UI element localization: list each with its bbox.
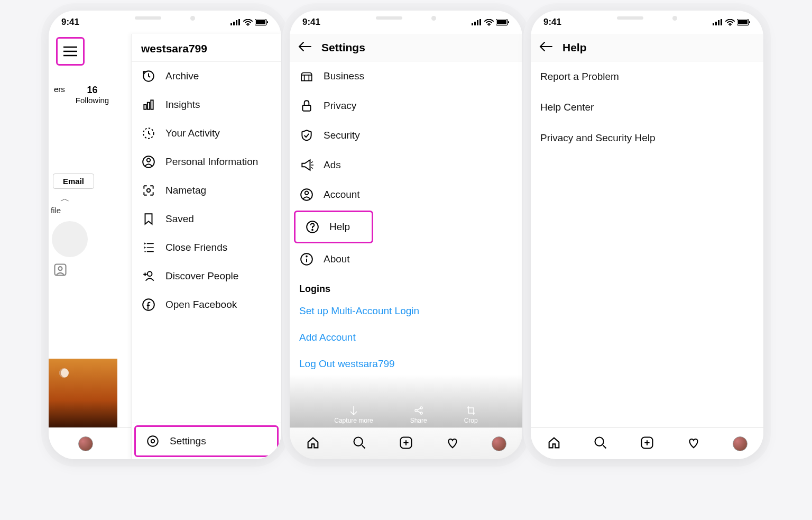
drawer-item-your-activity[interactable]: Your Activity	[132, 119, 281, 148]
nav-home-icon[interactable]	[547, 435, 561, 452]
svg-rect-11	[55, 264, 66, 276]
svg-rect-31	[497, 20, 506, 24]
nav-search-icon[interactable]	[593, 435, 608, 452]
drawer-item-saved[interactable]: Saved	[132, 205, 281, 233]
settings-item-account[interactable]: Account	[290, 180, 522, 209]
settings-item-business[interactable]: Business	[290, 61, 522, 91]
drawer-item-close-friends[interactable]: Close Friends	[132, 233, 281, 262]
hamburger-menu-button[interactable]	[56, 37, 85, 66]
help-item-report-problem[interactable]: Report a Problem	[531, 61, 763, 92]
settings-item-help[interactable]: Help	[294, 211, 373, 243]
svg-point-42	[420, 412, 422, 414]
status-time: 9:41	[61, 17, 79, 28]
following-count: 16	[76, 85, 109, 96]
svg-point-37	[312, 230, 313, 231]
svg-rect-28	[479, 19, 481, 25]
help-item-help-center[interactable]: Help Center	[531, 92, 763, 123]
settings-item-label: Ads	[324, 159, 341, 171]
cellular-icon	[713, 19, 723, 25]
share-button[interactable]: Share	[410, 405, 427, 424]
svg-point-4	[247, 24, 249, 26]
svg-rect-6	[256, 20, 265, 24]
shield-icon	[299, 128, 314, 143]
status-icons	[472, 19, 510, 26]
notch	[117, 11, 213, 25]
drawer-item-insights[interactable]: Insights	[132, 90, 281, 119]
svg-rect-47	[718, 20, 719, 25]
capture-more-button[interactable]: Capture more	[334, 405, 373, 424]
notch	[358, 11, 454, 25]
logout-link[interactable]: Log Out westsara799	[290, 351, 522, 377]
phone-settings: 9:41 Settings Business Privacy Security …	[290, 11, 522, 459]
info-icon	[299, 252, 314, 267]
notch	[599, 11, 695, 25]
story-highlight-placeholder[interactable]	[52, 221, 88, 257]
back-button[interactable]	[539, 41, 553, 54]
nav-heart-icon[interactable]	[686, 435, 701, 452]
photo-thumbnail[interactable]	[49, 359, 117, 427]
help-icon	[305, 220, 320, 234]
discover-people-icon	[141, 269, 156, 284]
chevron-up-icon[interactable]: ︿	[60, 192, 131, 205]
email-button[interactable]: Email	[53, 174, 94, 189]
status-time: 9:41	[543, 17, 561, 28]
settings-item-label: About	[324, 253, 350, 265]
nav-add-icon[interactable]	[399, 435, 413, 452]
settings-item-about[interactable]: About	[290, 244, 522, 274]
status-icons	[230, 19, 269, 26]
svg-point-22	[143, 299, 154, 311]
nav-profile-avatar[interactable]	[492, 436, 506, 451]
side-drawer: westsara799 Archive Insights Your Activi…	[131, 34, 281, 459]
nav-home-icon[interactable]	[306, 435, 320, 452]
settings-item-label: Account	[324, 189, 360, 200]
settings-item-security[interactable]: Security	[290, 121, 522, 150]
wifi-icon	[484, 19, 494, 26]
settings-content: Business Privacy Security Ads Account He…	[290, 61, 522, 427]
nav-search-icon[interactable]	[352, 435, 367, 452]
back-button[interactable]	[298, 41, 312, 54]
profile-stats: ers 16Following	[49, 74, 131, 115]
cellular-icon	[472, 19, 482, 25]
help-content: Report a Problem Help Center Privacy and…	[531, 61, 763, 427]
settings-item-ads[interactable]: Ads	[290, 150, 522, 180]
svg-rect-14	[144, 105, 146, 110]
nav-add-icon[interactable]	[640, 435, 654, 452]
drawer-item-settings[interactable]: Settings	[134, 425, 279, 457]
svg-point-19	[147, 159, 151, 162]
add-account-link[interactable]: Add Account	[290, 324, 522, 351]
tagged-photos-icon[interactable]	[53, 262, 131, 279]
drawer-item-archive[interactable]: Archive	[132, 62, 281, 90]
help-header: Help	[531, 34, 763, 61]
settings-item-privacy[interactable]: Privacy	[290, 91, 522, 121]
nav-heart-icon[interactable]	[445, 435, 460, 452]
drawer-item-label: Discover People	[165, 270, 238, 282]
wifi-icon	[725, 19, 735, 26]
cellular-icon	[230, 19, 241, 25]
drawer-item-personal-info[interactable]: Personal Information	[132, 148, 281, 176]
svg-point-23	[147, 436, 158, 446]
battery-icon	[255, 19, 269, 26]
svg-rect-32	[508, 21, 509, 23]
svg-point-41	[420, 407, 422, 409]
insights-icon	[141, 97, 156, 112]
archive-icon	[141, 69, 156, 84]
drawer-item-open-facebook[interactable]: Open Facebook	[132, 290, 281, 319]
drawer-item-label: Saved	[165, 213, 194, 225]
status-time: 9:41	[302, 17, 320, 28]
nametag-icon	[141, 183, 156, 198]
help-item-privacy-security[interactable]: Privacy and Security Help	[531, 123, 763, 153]
drawer-item-discover-people[interactable]: Discover People	[132, 262, 281, 290]
svg-rect-3	[238, 19, 240, 25]
drawer-settings-label: Settings	[170, 435, 206, 447]
multi-account-login-link[interactable]: Set up Multi-Account Login	[290, 298, 522, 324]
nav-profile-avatar[interactable]	[733, 436, 748, 451]
drawer-item-label: Insights	[165, 99, 200, 111]
drawer-item-nametag[interactable]: Nametag	[132, 176, 281, 205]
nav-profile-avatar[interactable]	[78, 436, 93, 451]
svg-rect-7	[267, 21, 268, 23]
crop-button[interactable]: Crop	[464, 405, 478, 424]
ads-icon	[299, 158, 314, 172]
drawer-item-label: Close Friends	[165, 242, 227, 253]
drawer-item-label: Archive	[165, 70, 199, 82]
business-icon	[299, 69, 314, 84]
